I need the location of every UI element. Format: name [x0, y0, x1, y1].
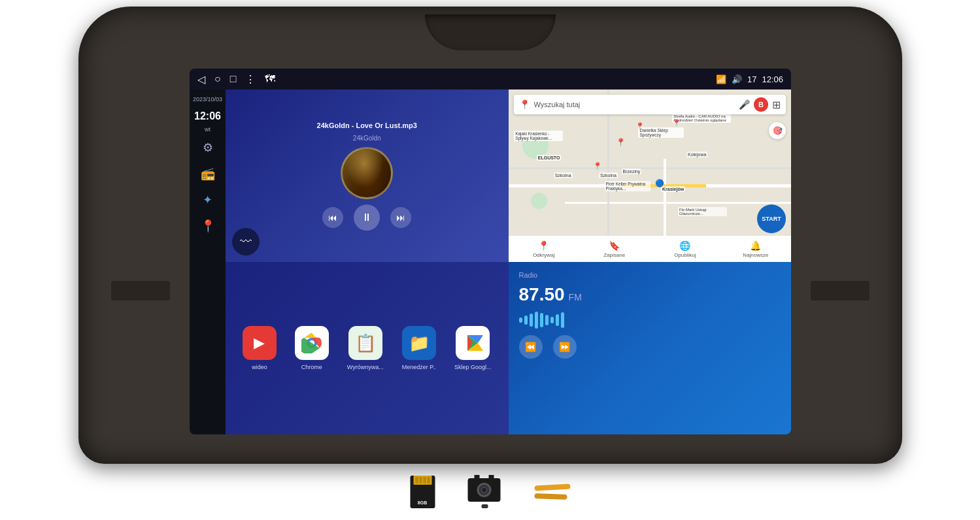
camera-accessory [467, 478, 501, 506]
main-content: 2023/10/03 12:06 wt ⚙ 📻 ✦ 📍 24kGoldn - L… [190, 89, 791, 434]
radio-waveform [519, 310, 781, 330]
wyrownywarka-label: Wyrównywa... [347, 364, 384, 370]
map-mic-icon[interactable]: 🎤 [739, 99, 750, 110]
next-button[interactable]: ⏭ [390, 207, 411, 228]
status-right: 📶 🔊 17 12:06 [716, 74, 783, 84]
map-search-bar[interactable]: 📍 Wyszukaj tutaj 🎤 B ⊞ [514, 95, 786, 114]
sidebar-date: 2023/10/03 [193, 96, 222, 104]
status-bar: ◁ ○ □ ⋮ 🗺 📶 🔊 17 12:06 [190, 69, 791, 89]
home-nav-icon[interactable]: ○ [214, 73, 221, 85]
android-screen: ◁ ○ □ ⋮ 🗺 📶 🔊 17 12:06 2023/10/03 12:06 … [190, 69, 791, 434]
map-nav-odkrywaj[interactable]: 📍 Odkrywaj [509, 240, 579, 258]
sd-card-icon: 8GB [410, 476, 435, 508]
radio-band: FM [569, 292, 582, 302]
recents-nav-icon[interactable]: □ [230, 73, 237, 85]
chrome-label: Chrome [301, 364, 322, 370]
zapisane-icon: 🔖 [609, 240, 620, 251]
map-user-avatar[interactable]: B [754, 97, 768, 112]
camera-icon [467, 478, 501, 506]
back-nav-icon[interactable]: ◁ [197, 73, 205, 86]
map-layers-icon[interactable]: ⊞ [772, 99, 781, 111]
radio-frequency: 87.50 FM [519, 284, 781, 305]
app-sklep[interactable]: Sklep Googl... [454, 326, 492, 370]
signal-level: 17 [747, 74, 756, 84]
radio-icon[interactable]: 📻 [197, 163, 219, 185]
accessories: 8GB [410, 476, 570, 508]
bluetooth-icon[interactable]: ✦ [199, 189, 216, 211]
map-search-icon: 📍 [519, 99, 530, 110]
music-title: 24kGoldn - Love Or Lust.mp3 [317, 122, 417, 129]
radio-label: Radio [519, 271, 781, 279]
wyrownywarka-icon: 📋 [348, 326, 382, 360]
radio-controls: ⏪ ⏩ [519, 335, 781, 359]
album-art [341, 147, 393, 199]
apps-grid: ▶ wideo [233, 272, 501, 424]
radio-panel: Radio 87.50 FM [509, 262, 792, 434]
app-chrome[interactable]: Chrome [295, 326, 329, 370]
content-panels: 24kGoldn - Love Or Lust.mp3 24kGoldn ⏮ ⏸… [226, 89, 791, 434]
app-wideo[interactable]: ▶ wideo [243, 326, 277, 370]
sd-card-accessory: 8GB [410, 476, 435, 508]
settings-icon[interactable]: ⚙ [199, 137, 217, 159]
music-controls: ⏮ ⏸ ⏭ [322, 204, 411, 231]
map-panel: Szkolna Szkolna Kolejowa Kajaki Krasienk… [509, 89, 792, 262]
tools-accessory [534, 485, 570, 499]
opublikuj-label: Opublikuj [674, 252, 696, 258]
location-icon[interactable]: 📍 [197, 215, 219, 237]
radio-rewind-button[interactable]: ⏪ [519, 335, 543, 359]
scene: ◁ ○ □ ⋮ 🗺 📶 🔊 17 12:06 2023/10/03 12:06 … [0, 0, 980, 520]
map-bottom-nav: 📍 Odkrywaj 🔖 Zapisane 🌐 Opublikuj � [509, 236, 792, 262]
menu-nav-icon[interactable]: ⋮ [245, 73, 256, 86]
menedzer-icon: 📁 [402, 326, 436, 360]
wideo-icon: ▶ [243, 326, 277, 360]
wifi-icon: 📶 [716, 74, 726, 84]
bezel-left-slot [111, 281, 170, 301]
map-start-button[interactable]: START [757, 204, 786, 233]
map-nav-najnowsze[interactable]: 🔔 Najnowsze [720, 240, 791, 258]
map-nav-opublikuj[interactable]: 🌐 Opublikuj [650, 240, 720, 258]
radio-forward-button[interactable]: ⏩ [553, 335, 577, 359]
prev-button[interactable]: ⏮ [322, 207, 343, 228]
music-artist: 24kGoldn [353, 135, 381, 142]
menedzer-label: Menedżer P.. [402, 364, 436, 370]
volume-icon: 🔊 [732, 74, 742, 84]
map-location-button[interactable]: 🎯 [769, 122, 786, 139]
app-wyrownywarka[interactable]: 📋 Wyrównywa... [347, 326, 384, 370]
wideo-label: wideo [252, 364, 267, 370]
sklep-label: Sklep Googl... [454, 364, 492, 370]
map-search-text: Wyszukaj tutaj [534, 101, 735, 108]
apps-panel: ▶ wideo [226, 262, 509, 434]
pause-button[interactable]: ⏸ [354, 204, 380, 231]
chrome-icon [295, 326, 329, 360]
najnowsze-label: Najnowsze [743, 252, 768, 258]
map-nav-zapisane[interactable]: 🔖 Zapisane [579, 240, 650, 258]
odkrywaj-label: Odkrywaj [533, 252, 554, 258]
sklep-icon [456, 326, 490, 360]
clock: 12:06 [762, 74, 783, 84]
waveform-button[interactable]: 〰 [232, 228, 260, 255]
app-menedzer[interactable]: 📁 Menedżer P.. [402, 326, 436, 370]
bezel-handle [425, 14, 556, 50]
maps-nav-icon[interactable]: 🗺 [265, 73, 275, 85]
bezel-right-slot [811, 281, 870, 301]
najnowsze-icon: 🔔 [750, 240, 761, 251]
pry-tools-icon [534, 485, 570, 499]
sidebar: 2023/10/03 12:06 wt ⚙ 📻 ✦ 📍 [190, 89, 226, 434]
odkrywaj-icon: 📍 [538, 240, 549, 251]
sidebar-time: 12:06 [194, 110, 221, 122]
opublikuj-icon: 🌐 [679, 240, 690, 251]
zapisane-label: Zapisane [603, 252, 625, 258]
album-art-inner [343, 149, 391, 197]
music-panel: 24kGoldn - Love Or Lust.mp3 24kGoldn ⏮ ⏸… [226, 89, 509, 262]
nav-icons: ◁ ○ □ ⋮ 🗺 [197, 73, 275, 86]
sidebar-day: wt [205, 126, 211, 133]
